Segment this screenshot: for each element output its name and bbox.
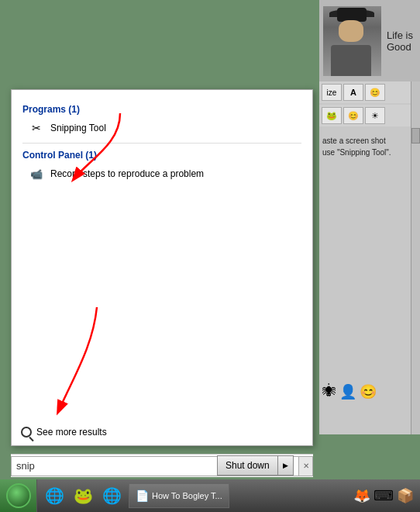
icon-btn-1[interactable]: 🐸 — [322, 107, 342, 124]
record-steps-label: Record steps to reproduce a problem — [50, 168, 204, 179]
paste-text: aste a screen shot use "Snipping Tool". — [319, 132, 420, 161]
record-steps-icon: 📹 — [29, 166, 44, 182]
right-panel: Life is Good ize A 😊 🐸 😊 ☀ aste a screen… — [319, 0, 420, 434]
utorrent-icon[interactable]: 📦 — [397, 487, 414, 504]
snipping-tool-item[interactable]: ✂ Snipping Tool — [22, 118, 301, 138]
control-panel-label: Control Panel (1) — [22, 150, 301, 161]
desktop: Life is Good ize A 😊 🐸 😊 ☀ aste a screen… — [0, 0, 420, 512]
task-button[interactable]: 📄 How To Bogley T... — [129, 483, 229, 508]
right-toolbar-row2: 🐸 😊 ☀ — [319, 105, 420, 126]
record-steps-item[interactable]: 📹 Record steps to reproduce a problem — [22, 164, 301, 184]
firefox-icon[interactable]: 🦊 — [353, 487, 370, 504]
start-menu: Programs (1) ✂ Snipping Tool Control Pan… — [11, 89, 313, 446]
emoji-smiley: 😊 — [360, 383, 377, 400]
snipping-tool-label: Snipping Tool — [50, 123, 106, 133]
see-more-results[interactable]: See more results — [21, 427, 107, 438]
shutdown-area: Shut down ▶ — [217, 454, 319, 477]
red-arrow-2 — [35, 299, 128, 424]
emoji-people: 👤 — [339, 383, 356, 400]
snipping-tool-icon: ✂ — [29, 120, 44, 136]
shutdown-arrow-button[interactable]: ▶ — [278, 455, 294, 476]
icon-btn-2[interactable]: 😊 — [343, 107, 363, 124]
see-more-search-icon — [21, 427, 32, 438]
see-more-label: See more results — [36, 427, 107, 438]
programs-label: Programs (1) — [22, 104, 301, 115]
chrome-icon[interactable]: 🌐 — [98, 482, 126, 510]
emoji-spider: 🕷 — [322, 383, 336, 400]
shutdown-button[interactable]: Shut down — [217, 455, 278, 476]
ie-icon[interactable]: 🌐 — [40, 482, 68, 510]
font-size-btn[interactable]: ize — [322, 84, 342, 101]
life-is-good-text: Life is Good — [385, 28, 416, 54]
start-button[interactable] — [0, 479, 37, 512]
taskbar: 🌐 🐸 🌐 📄 How To Bogley T... 🦊 ⌨ 📦 — [0, 479, 420, 512]
user-profile-area: Life is Good — [319, 0, 420, 81]
emoji-row-bottom: 🕷 👤 😊 — [319, 380, 411, 403]
icon-btn-3[interactable]: ☀ — [365, 107, 385, 124]
text-format-btn[interactable]: A — [343, 84, 363, 101]
right-toolbar: ize A 😊 — [319, 81, 420, 103]
keyboard-icon[interactable]: ⌨ — [374, 487, 394, 504]
taskbar-right: 🦊 ⌨ 📦 — [347, 487, 420, 504]
avatar — [323, 6, 381, 76]
scrollbar[interactable] — [411, 81, 420, 434]
taskbar-icons: 🌐 🐸 🌐 — [37, 479, 129, 512]
frog-icon[interactable]: 🐸 — [69, 482, 97, 510]
smiley-btn[interactable]: 😊 — [365, 84, 385, 101]
